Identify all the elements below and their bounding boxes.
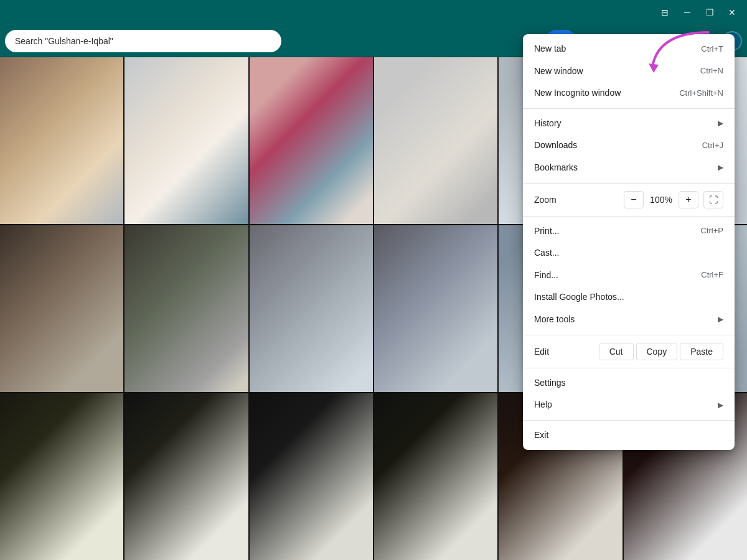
photo-cell[interactable] <box>250 225 373 392</box>
photo-cell[interactable] <box>250 393 373 560</box>
photo-cell[interactable] <box>0 393 123 560</box>
zoom-row: Zoom − 100% + ⛶ <box>523 187 735 212</box>
minimize-button[interactable]: ─ <box>677 2 697 22</box>
menu-section-new: New tab Ctrl+T New window Ctrl+N New Inc… <box>523 34 735 109</box>
menu-item-settings[interactable]: Settings <box>523 372 735 394</box>
zoom-plus-button[interactable]: + <box>679 191 698 208</box>
menu-section-edit: Edit Cut Copy Paste <box>523 335 735 368</box>
cut-button[interactable]: Cut <box>599 343 634 360</box>
close-button[interactable]: ✕ <box>722 2 742 22</box>
zoom-minus-button[interactable]: − <box>624 191 644 208</box>
photo-cell[interactable] <box>374 225 497 392</box>
menu-section-zoom: Zoom − 100% + ⛶ <box>523 184 735 217</box>
menu-item-new-window[interactable]: New window Ctrl+N <box>523 60 735 83</box>
menu-item-install[interactable]: Install Google Photos... <box>523 286 735 309</box>
photo-cell[interactable] <box>250 57 373 224</box>
tabs-icon[interactable]: ⊟ <box>655 2 675 22</box>
menu-item-more-tools[interactable]: More tools ▶ <box>523 309 735 331</box>
search-bar[interactable]: Search "Gulshan-e-Iqbal" <box>5 30 281 52</box>
menu-item-bookmarks[interactable]: Bookmarks ▶ <box>523 157 735 179</box>
menu-item-cast[interactable]: Cast... <box>523 242 735 264</box>
photo-cell[interactable] <box>125 393 248 560</box>
title-bar: ⊟ ─ ❐ ✕ <box>0 0 747 25</box>
menu-item-downloads[interactable]: Downloads Ctrl+J <box>523 134 735 157</box>
menu-section-tools: Print... Ctrl+P Cast... Find... Ctrl+F I… <box>523 217 735 335</box>
zoom-controls: − 100% + ⛶ <box>624 191 723 208</box>
menu-section-exit: Exit <box>523 421 735 450</box>
copy-button[interactable]: Copy <box>636 343 678 360</box>
menu-item-incognito[interactable]: New Incognito window Ctrl+Shift+N <box>523 82 735 105</box>
edit-buttons: Cut Copy Paste <box>599 343 723 360</box>
menu-section-settings: Settings Help ▶ <box>523 368 735 421</box>
menu-item-history[interactable]: History ▶ <box>523 113 735 135</box>
photo-cell[interactable] <box>0 225 123 392</box>
menu-section-history: History ▶ Downloads Ctrl+J Bookmarks ▶ <box>523 109 735 184</box>
menu-item-help[interactable]: Help ▶ <box>523 394 735 416</box>
menu-item-find[interactable]: Find... Ctrl+F <box>523 264 735 287</box>
zoom-value: 100% <box>649 195 674 205</box>
menu-item-exit[interactable]: Exit <box>523 424 735 447</box>
restore-button[interactable]: ❐ <box>700 2 720 22</box>
edit-row: Edit Cut Copy Paste <box>523 339 735 364</box>
fullscreen-button[interactable]: ⛶ <box>703 191 723 208</box>
photo-cell[interactable] <box>125 225 248 392</box>
context-menu: New tab Ctrl+T New window Ctrl+N New Inc… <box>523 34 735 450</box>
photo-cell[interactable] <box>0 57 123 224</box>
photo-cell[interactable] <box>374 57 497 224</box>
photo-cell[interactable] <box>125 57 248 224</box>
paste-button[interactable]: Paste <box>680 343 723 360</box>
photo-cell[interactable] <box>374 393 497 560</box>
search-text: Search "Gulshan-e-Iqbal" <box>15 36 113 46</box>
menu-item-new-tab[interactable]: New tab Ctrl+T <box>523 38 735 60</box>
menu-item-print[interactable]: Print... Ctrl+P <box>523 220 735 243</box>
